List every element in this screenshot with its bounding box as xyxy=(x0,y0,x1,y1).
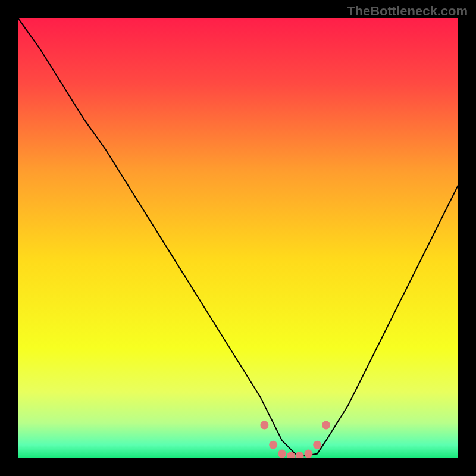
highlight-marker xyxy=(278,450,286,458)
bottleneck-curve xyxy=(18,18,458,456)
chart-container: TheBottleneck.com xyxy=(0,0,476,476)
highlight-markers xyxy=(260,421,330,459)
highlight-marker xyxy=(304,450,312,458)
watermark-text: TheBottleneck.com xyxy=(347,4,468,19)
chart-svg xyxy=(18,18,458,458)
highlight-marker xyxy=(322,421,330,430)
highlight-marker xyxy=(260,421,268,430)
highlight-marker xyxy=(296,452,304,458)
highlight-marker xyxy=(313,441,321,449)
highlight-marker xyxy=(269,441,277,449)
plot-area xyxy=(18,18,458,458)
